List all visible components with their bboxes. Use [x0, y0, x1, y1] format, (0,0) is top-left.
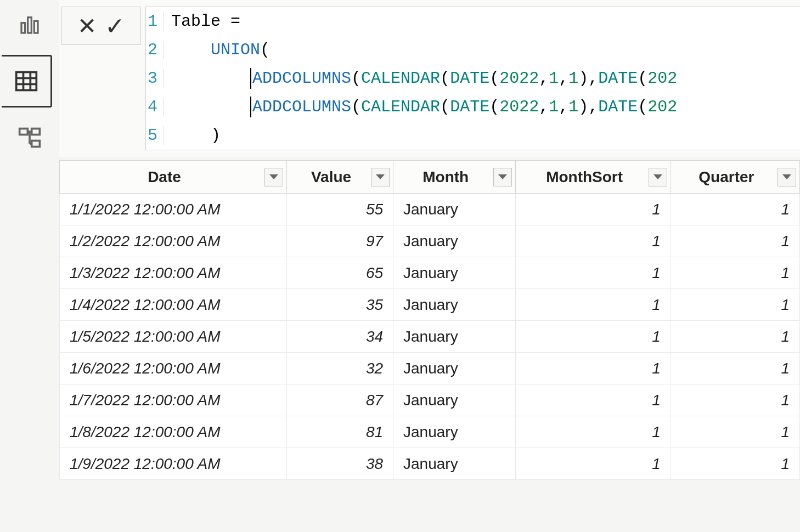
cursor-icon [250, 97, 251, 117]
cell-month[interactable]: January [393, 448, 516, 480]
table-icon [14, 69, 38, 93]
cell-month[interactable]: January [393, 289, 516, 321]
formula-bar: ✕ ✓ 1 Table = 2 UNION( 3 ADDCOLUMNS(CALE… [59, 0, 800, 157]
svg-rect-2 [34, 21, 38, 33]
cell-date[interactable]: 1/3/2022 12:00:00 AM [60, 257, 287, 289]
model-icon [18, 126, 42, 150]
cell-value[interactable]: 38 [286, 448, 393, 480]
cell-value[interactable]: 35 [286, 289, 393, 321]
code-line-1: Table = [164, 12, 240, 31]
cell-value[interactable]: 65 [286, 257, 393, 289]
cell-value[interactable]: 55 [286, 194, 393, 225]
line-number: 1 [146, 12, 164, 31]
column-header-month[interactable]: Month [393, 161, 516, 194]
data-view-button[interactable] [2, 55, 52, 107]
cell-month[interactable]: January [393, 225, 516, 257]
filter-dropdown-button[interactable] [778, 168, 796, 186]
cell-value[interactable]: 97 [286, 225, 393, 257]
table-row[interactable]: 1/6/2022 12:00:00 AM32January11 [60, 353, 800, 384]
cell-monthsort[interactable]: 1 [516, 194, 671, 225]
column-header-monthsort[interactable]: MonthSort [516, 161, 671, 194]
cell-value[interactable]: 87 [286, 384, 393, 416]
code-line-3: ADDCOLUMNS(CALENDAR(DATE(2022,1,1),DATE(… [164, 68, 677, 89]
cell-quarter[interactable]: 1 [671, 321, 799, 353]
cell-quarter[interactable]: 1 [671, 225, 799, 257]
table-row[interactable]: 1/2/2022 12:00:00 AM97January11 [60, 225, 800, 257]
svg-rect-0 [21, 23, 25, 33]
column-header-value[interactable]: Value [286, 161, 393, 194]
report-view-button[interactable] [16, 11, 43, 38]
dax-editor[interactable]: 1 Table = 2 UNION( 3 ADDCOLUMNS(CALENDAR… [145, 7, 800, 150]
column-header-date[interactable]: Date [60, 161, 287, 194]
code-line-2: UNION( [164, 41, 270, 59]
svg-rect-10 [32, 141, 40, 147]
table-row[interactable]: 1/4/2022 12:00:00 AM35January11 [60, 289, 800, 321]
line-number: 4 [146, 98, 164, 116]
cell-monthsort[interactable]: 1 [516, 225, 671, 257]
cell-monthsort[interactable]: 1 [516, 353, 671, 384]
cursor-icon [250, 68, 251, 89]
cell-month[interactable]: January [393, 257, 516, 289]
table-row[interactable]: 1/1/2022 12:00:00 AM55January11 [60, 194, 800, 225]
bar-chart-icon [19, 14, 41, 36]
cell-quarter[interactable]: 1 [671, 289, 799, 321]
cell-month[interactable]: January [393, 353, 516, 384]
cell-date[interactable]: 1/4/2022 12:00:00 AM [60, 289, 287, 321]
cell-value[interactable]: 34 [286, 321, 393, 353]
cell-monthsort[interactable]: 1 [516, 416, 671, 448]
table-row[interactable]: 1/3/2022 12:00:00 AM65January11 [60, 257, 800, 289]
cell-month[interactable]: January [393, 416, 516, 448]
cell-month[interactable]: January [393, 384, 516, 416]
filter-dropdown-button[interactable] [371, 168, 390, 186]
cell-date[interactable]: 1/2/2022 12:00:00 AM [60, 225, 287, 257]
cell-date[interactable]: 1/6/2022 12:00:00 AM [60, 353, 287, 384]
code-line-4: ADDCOLUMNS(CALENDAR(DATE(2022,1,1),DATE(… [164, 97, 677, 117]
svg-rect-8 [20, 129, 28, 135]
cell-value[interactable]: 81 [286, 416, 393, 448]
cell-value[interactable]: 32 [286, 353, 393, 384]
table-row[interactable]: 1/7/2022 12:00:00 AM87January11 [60, 384, 800, 416]
cell-monthsort[interactable]: 1 [516, 257, 671, 289]
cell-quarter[interactable]: 1 [671, 353, 799, 384]
svg-rect-3 [16, 72, 36, 90]
column-header-quarter[interactable]: Quarter [671, 161, 799, 194]
table-row[interactable]: 1/9/2022 12:00:00 AM38January11 [60, 448, 800, 480]
filter-dropdown-button[interactable] [264, 168, 283, 186]
cell-monthsort[interactable]: 1 [516, 289, 671, 321]
cancel-button[interactable]: ✕ [77, 13, 97, 39]
cell-month[interactable]: January [393, 194, 516, 225]
cell-date[interactable]: 1/1/2022 12:00:00 AM [60, 194, 287, 225]
line-number: 2 [146, 41, 164, 59]
cell-date[interactable]: 1/7/2022 12:00:00 AM [60, 384, 287, 416]
model-view-button[interactable] [16, 124, 43, 151]
cell-quarter[interactable]: 1 [671, 448, 799, 480]
cell-monthsort[interactable]: 1 [516, 321, 671, 353]
filter-dropdown-button[interactable] [649, 168, 667, 186]
table-row[interactable]: 1/5/2022 12:00:00 AM34January11 [60, 321, 800, 353]
cell-monthsort[interactable]: 1 [516, 448, 671, 480]
data-table: Date Value Month MonthSort [59, 160, 800, 480]
cell-quarter[interactable]: 1 [671, 384, 799, 416]
confirm-button[interactable]: ✓ [105, 12, 125, 40]
view-rail [0, 0, 59, 532]
code-line-5: ) [164, 126, 221, 145]
cell-quarter[interactable]: 1 [671, 194, 799, 225]
cell-quarter[interactable]: 1 [671, 416, 799, 448]
line-number: 5 [146, 126, 164, 145]
cell-month[interactable]: January [393, 321, 516, 353]
formula-action-buttons: ✕ ✓ [61, 7, 141, 45]
cell-date[interactable]: 1/9/2022 12:00:00 AM [60, 448, 287, 480]
filter-dropdown-button[interactable] [493, 168, 512, 186]
data-table-area: Date Value Month MonthSort [59, 160, 800, 480]
cell-date[interactable]: 1/5/2022 12:00:00 AM [60, 321, 287, 353]
svg-rect-9 [32, 129, 40, 135]
table-row[interactable]: 1/8/2022 12:00:00 AM81January11 [60, 416, 800, 448]
cell-quarter[interactable]: 1 [671, 257, 799, 289]
cell-monthsort[interactable]: 1 [516, 384, 671, 416]
svg-rect-1 [28, 18, 32, 33]
line-number: 3 [146, 69, 164, 88]
cell-date[interactable]: 1/8/2022 12:00:00 AM [60, 416, 287, 448]
